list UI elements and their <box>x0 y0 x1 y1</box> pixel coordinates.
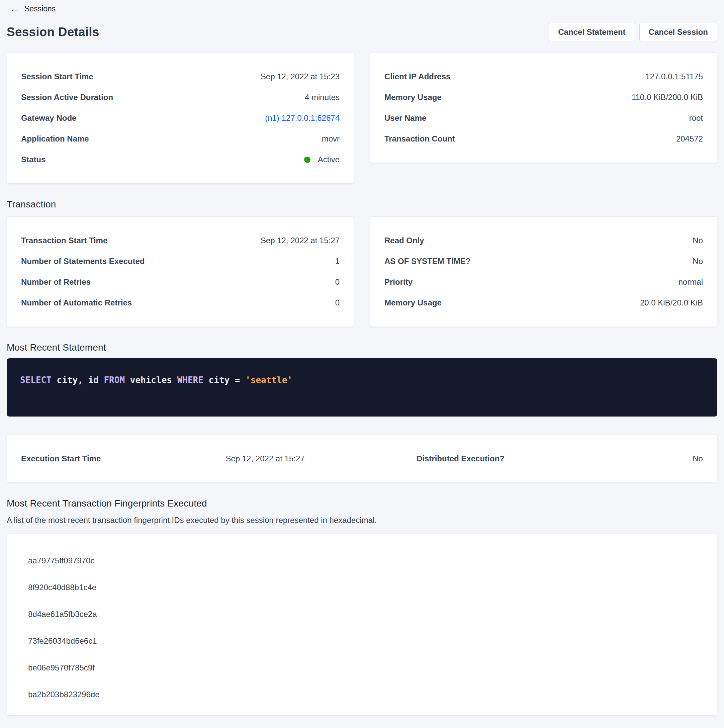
kv-row-read-only: Read Only No <box>384 230 703 251</box>
execution-start-value: Sep 12, 2022 at 15:27 <box>225 453 416 464</box>
sql-keyword: WHERE <box>177 375 204 385</box>
fingerprints-description: A list of the most recent transaction fi… <box>7 515 717 526</box>
kv-label: Priority <box>384 277 413 288</box>
session-right-card: Client IP Address 127.0.0.1:51175 Memory… <box>370 52 717 163</box>
sql-statement-box: SELECT city, id FROM vehicles WHERE city… <box>7 358 717 416</box>
kv-row-user-name: User Name root <box>384 108 703 128</box>
kv-value: 0 <box>335 277 340 288</box>
kv-row-application-name: Application Name movr <box>21 128 340 149</box>
kv-row-client-ip: Client IP Address 127.0.0.1:51175 <box>384 66 703 87</box>
transaction-cards: Transaction Start Time Sep 12, 2022 at 1… <box>7 216 717 327</box>
kv-value: Sep 12, 2022 at 15:23 <box>261 71 340 82</box>
breadcrumb: ← Sessions <box>10 3 717 14</box>
kv-row-session-start-time: Session Start Time Sep 12, 2022 at 15:23 <box>21 66 340 87</box>
status-badge: Active <box>318 154 340 165</box>
kv-row-session-active-duration: Session Active Duration 4 minutes <box>21 87 340 108</box>
execution-card: Execution Start Time Sep 12, 2022 at 15:… <box>7 434 717 483</box>
fingerprints-card: aa79775ff097970c 8f920c40d88b1c4e 8d4ae6… <box>7 534 717 716</box>
kv-value: 1 <box>335 256 340 267</box>
back-arrow-icon: ← <box>10 5 19 14</box>
kv-value: 127.0.0.1:51175 <box>645 71 703 82</box>
kv-label: Transaction Start Time <box>21 235 107 246</box>
fingerprint-item: 8d4ae61a5fb3ce2a <box>28 601 696 628</box>
kv-row-transaction-count: Transaction Count 204572 <box>384 128 703 149</box>
kv-label: Memory Usage <box>384 297 442 308</box>
kv-value: (n1) 127.0.0.1:62674 <box>265 113 340 124</box>
kv-label: User Name <box>384 113 426 124</box>
breadcrumb-label: Sessions <box>24 5 55 14</box>
cancel-session-button[interactable]: Cancel Session <box>639 23 717 41</box>
status-active-dot-icon <box>304 157 311 163</box>
kv-row-statements-executed: Number of Statements Executed 1 <box>21 251 340 272</box>
session-details-page: ← Sessions Session Details Cancel Statem… <box>0 0 724 728</box>
kv-value: No <box>693 256 703 267</box>
execution-row: Execution Start Time Sep 12, 2022 at 15:… <box>21 448 703 469</box>
transaction-section-heading: Transaction <box>7 199 717 210</box>
kv-value: 20.0 KiB/20.0 KiB <box>640 297 703 308</box>
kv-label: Number of Retries <box>21 277 91 288</box>
kv-value: 110.0 KiB/200.0 KiB <box>632 92 703 103</box>
kv-value: 4 minutes <box>305 92 340 103</box>
kv-label: Read Only <box>384 235 424 246</box>
title-row: Session Details Cancel Statement Cancel … <box>7 23 717 41</box>
kv-value: movr <box>322 133 340 144</box>
kv-row-retries: Number of Retries 0 <box>21 272 340 292</box>
fingerprint-item: 8f920c40d88b1c4e <box>28 574 696 601</box>
distributed-execution-value: No <box>594 453 703 464</box>
sql-text: city = <box>204 375 245 385</box>
kv-label: Status <box>21 154 46 165</box>
transaction-left-card: Transaction Start Time Sep 12, 2022 at 1… <box>7 216 354 327</box>
fingerprint-item: 73fe26034bd6e6c1 <box>28 628 696 655</box>
fingerprint-item: aa79775ff097970c <box>28 548 696 574</box>
back-to-sessions-link[interactable]: ← Sessions <box>10 5 55 14</box>
sql-statement: SELECT city, id FROM vehicles WHERE city… <box>20 375 704 386</box>
transaction-right-card: Read Only No AS OF SYSTEM TIME? No Prior… <box>370 216 717 327</box>
kv-row-as-of-system-time: AS OF SYSTEM TIME? No <box>384 251 703 272</box>
kv-row-automatic-retries: Number of Automatic Retries 0 <box>21 292 340 313</box>
kv-row-transaction-start-time: Transaction Start Time Sep 12, 2022 at 1… <box>21 230 340 251</box>
session-summary: Session Start Time Sep 12, 2022 at 15:23… <box>7 52 717 184</box>
action-buttons: Cancel Statement Cancel Session <box>549 23 717 41</box>
cancel-statement-button[interactable]: Cancel Statement <box>549 23 635 41</box>
kv-label: Memory Usage <box>384 92 442 103</box>
kv-value: 0 <box>335 297 340 308</box>
kv-label: Transaction Count <box>384 133 455 144</box>
status-value: Active <box>304 154 340 165</box>
kv-value: No <box>693 235 703 246</box>
kv-row-gateway-node: Gateway Node (n1) 127.0.0.1:62674 <box>21 108 340 128</box>
statement-section-heading: Most Recent Statement <box>7 342 717 353</box>
fingerprint-item: be06e9570f785c9f <box>28 655 696 681</box>
sql-text: city, id <box>52 375 104 385</box>
page-title: Session Details <box>7 25 99 39</box>
fingerprints-section-heading: Most Recent Transaction Fingerprints Exe… <box>7 498 717 509</box>
kv-label: Number of Automatic Retries <box>21 297 132 308</box>
session-left-card: Session Start Time Sep 12, 2022 at 15:23… <box>7 52 354 184</box>
kv-label: Application Name <box>21 133 89 144</box>
kv-row-txn-memory-usage: Memory Usage 20.0 KiB/20.0 KiB <box>384 292 703 313</box>
kv-label: AS OF SYSTEM TIME? <box>384 256 470 267</box>
execution-start-label: Execution Start Time <box>21 453 225 464</box>
sql-keyword: FROM <box>104 375 125 385</box>
kv-label: Gateway Node <box>21 113 76 124</box>
distributed-execution-label: Distributed Execution? <box>416 453 594 464</box>
kv-row-memory-usage: Memory Usage 110.0 KiB/200.0 KiB <box>384 87 703 108</box>
gateway-node-link[interactable]: (n1) 127.0.0.1:62674 <box>265 113 340 122</box>
kv-label: Number of Statements Executed <box>21 256 144 267</box>
kv-value: 204572 <box>676 133 703 144</box>
fingerprint-item: ba2b203b823296de <box>28 681 696 708</box>
sql-keyword: SELECT <box>20 375 52 385</box>
sql-text: vehicles <box>125 375 177 385</box>
kv-row-status: Status Active <box>21 149 340 170</box>
kv-value: Sep 12, 2022 at 15:27 <box>261 235 340 246</box>
kv-label: Client IP Address <box>384 71 450 82</box>
kv-value: normal <box>678 277 703 288</box>
kv-label: Session Active Duration <box>21 92 113 103</box>
kv-value: root <box>689 113 703 124</box>
kv-label: Session Start Time <box>21 71 93 82</box>
sql-string-literal: 'seattle' <box>245 375 292 385</box>
kv-row-priority: Priority normal <box>384 272 703 292</box>
